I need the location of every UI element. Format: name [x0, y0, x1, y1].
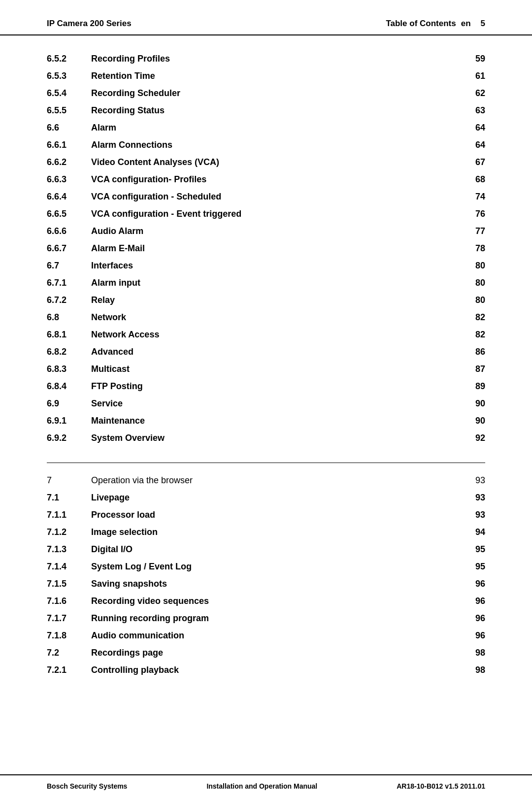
toc-row: 7.2.1Controlling playback98 — [47, 662, 485, 679]
toc-page: 93 — [461, 475, 485, 486]
page-header: IP Camera 200 Series Table of Contents e… — [0, 0, 532, 35]
toc-title: Alarm E-Mail — [91, 243, 461, 254]
toc-number: 6.8 — [47, 312, 91, 323]
toc-title: Relay — [91, 295, 461, 305]
toc-page: 78 — [461, 243, 485, 254]
toc-title: Interfaces — [91, 261, 461, 271]
toc-row: 7.1.7Running recording program96 — [47, 610, 485, 627]
toc-number: 7.1.6 — [47, 596, 91, 606]
toc-row: 6.9.1Maintenance90 — [47, 412, 485, 430]
toc-title: Processor load — [91, 510, 461, 520]
toc-page: 59 — [461, 54, 485, 64]
toc-page: 92 — [461, 433, 485, 443]
toc-number: 7.1.4 — [47, 562, 91, 572]
toc-row: 6.6.5VCA configuration - Event triggered… — [47, 205, 485, 223]
toc-row: 6.6.4VCA configuration - Scheduled74 — [47, 188, 485, 205]
toc-row: 6.9Service90 — [47, 395, 485, 412]
toc-number: 7.1.7 — [47, 613, 91, 624]
page-footer: Bosch Security Systems Installation and … — [0, 774, 532, 797]
toc-page: 67 — [461, 157, 485, 167]
toc-number: 6.7.2 — [47, 295, 91, 305]
toc-title: Recording video sequences — [91, 596, 461, 606]
toc-title: VCA configuration- Profiles — [91, 174, 461, 185]
toc-row: 7.1.6Recording video sequences96 — [47, 593, 485, 610]
toc-title: Operation via the browser — [91, 475, 461, 486]
toc-page: 87 — [461, 364, 485, 374]
toc-number: 7.1.8 — [47, 631, 91, 641]
toc-page: 94 — [461, 527, 485, 537]
toc-page: 96 — [461, 613, 485, 624]
toc-page: 89 — [461, 381, 485, 392]
toc-title: System Log / Event Log — [91, 562, 461, 572]
toc-row: 6.6.3VCA configuration- Profiles68 — [47, 171, 485, 188]
toc-title: Network Access — [91, 330, 461, 340]
toc-title: FTP Posting — [91, 381, 461, 392]
toc-page: 68 — [461, 174, 485, 185]
toc-section-7: 7Operation via the browser937.1Livepage9… — [47, 472, 485, 679]
toc-number: 6.5.4 — [47, 88, 91, 99]
toc-page: 98 — [461, 648, 485, 658]
toc-number: 6.9.2 — [47, 433, 91, 443]
toc-page: 63 — [461, 105, 485, 116]
footer-doc-title: Installation and Operation Manual — [206, 782, 317, 790]
toc-number: 6.7 — [47, 261, 91, 271]
toc-title: Maintenance — [91, 416, 461, 426]
toc-row: 6.5.2Recording Profiles59 — [47, 50, 485, 67]
toc-number: 7 — [47, 475, 91, 486]
toc-title: Service — [91, 398, 461, 409]
toc-row: 6.6.7Alarm E-Mail78 — [47, 240, 485, 257]
toc-number: 6.8.2 — [47, 347, 91, 357]
header-right: Table of Contents en 5 — [386, 19, 485, 29]
toc-row: 6.6.2Video Content Analyses (VCA)67 — [47, 154, 485, 171]
toc-page: 64 — [461, 123, 485, 133]
toc-page: 77 — [461, 226, 485, 236]
toc-row: 6.9.2System Overview92 — [47, 430, 485, 447]
toc-title: Recording Status — [91, 105, 461, 116]
toc-page: 90 — [461, 398, 485, 409]
toc-section-6: 6.5.2Recording Profiles596.5.3Retention … — [47, 50, 485, 447]
toc-page: 98 — [461, 665, 485, 675]
toc-title: Alarm Connections — [91, 140, 461, 150]
toc-title: Saving snapshots — [91, 579, 461, 589]
toc-number: 6.9 — [47, 398, 91, 409]
toc-row: 6.5.4Recording Scheduler62 — [47, 85, 485, 102]
toc-number: 6.6.2 — [47, 157, 91, 167]
language-label: en — [461, 19, 471, 29]
toc-number: 6.7.1 — [47, 278, 91, 288]
toc-title: Multicast — [91, 364, 461, 374]
toc-page: 82 — [461, 312, 485, 323]
section-divider — [47, 463, 485, 463]
toc-title: Network — [91, 312, 461, 323]
toc-page: 80 — [461, 295, 485, 305]
toc-page: 80 — [461, 278, 485, 288]
toc-page: 86 — [461, 347, 485, 357]
toc-title: Advanced — [91, 347, 461, 357]
toc-row: 6.5.3Retention Time61 — [47, 67, 485, 85]
toc-number: 6.6.7 — [47, 243, 91, 254]
toc-row: 6.6.1Alarm Connections64 — [47, 136, 485, 154]
toc-page: 61 — [461, 71, 485, 81]
toc-title: Image selection — [91, 527, 461, 537]
toc-number: 7.1 — [47, 493, 91, 503]
toc-page: 95 — [461, 544, 485, 555]
toc-number: 6.8.4 — [47, 381, 91, 392]
toc-row: 7.1.2Image selection94 — [47, 524, 485, 541]
toc-row: 7Operation via the browser93 — [47, 472, 485, 489]
toc-number: 6.9.1 — [47, 416, 91, 426]
toc-page: 76 — [461, 209, 485, 219]
toc-page: 96 — [461, 596, 485, 606]
toc-number: 6.5.5 — [47, 105, 91, 116]
toc-page: 74 — [461, 192, 485, 202]
toc-title: Recording Profiles — [91, 54, 461, 64]
toc-page: 80 — [461, 261, 485, 271]
toc-number: 7.1.1 — [47, 510, 91, 520]
section-label: Table of Contents — [386, 19, 456, 29]
toc-page: 90 — [461, 416, 485, 426]
toc-title: VCA configuration - Scheduled — [91, 192, 461, 202]
footer-company: Bosch Security Systems — [47, 782, 127, 790]
toc-number: 7.2 — [47, 648, 91, 658]
toc-number: 6.5.3 — [47, 71, 91, 81]
toc-page: 96 — [461, 631, 485, 641]
toc-title: Video Content Analyses (VCA) — [91, 157, 461, 167]
toc-page: 95 — [461, 562, 485, 572]
